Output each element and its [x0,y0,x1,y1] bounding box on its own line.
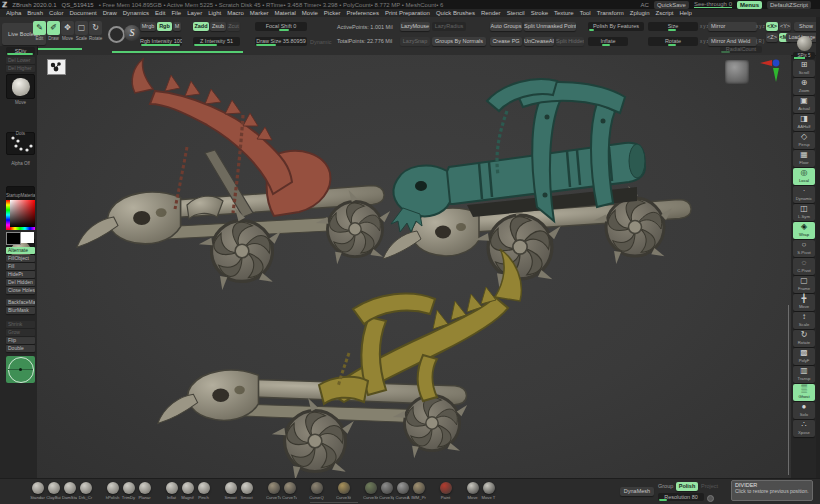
menu-item[interactable]: Dynamics [123,10,149,16]
right-shelf-button[interactable]: ◨ AAHalf [793,114,815,131]
mirror-button[interactable]: Mirror [708,22,757,31]
mrgb-button[interactable]: Mrgb [140,22,156,31]
draw-size-slider[interactable]: Draw Size 35.80959 [255,37,307,46]
menu-item[interactable]: Preferences [347,10,379,16]
menu-item[interactable]: Picker [324,10,341,16]
resolution-dot-button[interactable] [707,495,714,502]
quick-brush[interactable]: Smoot [239,482,254,500]
menu-item[interactable]: Draw [103,10,117,16]
menu-item[interactable]: Stroke [531,10,548,16]
secondary-color-swatch[interactable] [21,232,34,243]
lazysnap-button[interactable]: LazySnap [400,37,430,46]
focal-shift-slider[interactable]: Focal Shift 0 [255,22,307,31]
mask-button[interactable]: BlurMask [6,307,35,314]
right-shelf-button[interactable]: · Dynamic [793,186,815,203]
quick-brush[interactable]: DamSta [62,482,77,500]
m-button[interactable]: M [173,22,181,31]
action-button[interactable]: HidePt [6,271,35,278]
right-shelf-button[interactable]: ↕ Scale [793,312,815,329]
action-button[interactable]: Close Holes [6,287,35,294]
mode-button[interactable]: ✥ Move [61,21,74,47]
mode-button[interactable]: ✐ Draw [47,21,60,47]
mirror-and-weld-button[interactable]: Mirror And Weld [708,37,757,46]
uncrease-all-button[interactable]: UnCreaseAll [524,37,554,46]
right-shelf-button[interactable]: ▣ Actual [793,96,815,113]
rgb-intensity-slider[interactable]: Rgb Intensity 100 [140,37,182,46]
right-shelf-button[interactable]: ◇ Persp [793,132,815,149]
subdiv-button[interactable]: Del Lower [6,57,35,64]
split-hidden-button[interactable]: Split Hidden [556,37,584,46]
menu-item[interactable]: Light [208,10,221,16]
menu-item[interactable]: File [171,10,181,16]
mirror-xyz-label[interactable]: xyz [756,24,766,29]
right-shelf-button[interactable]: ◎ Local [793,168,815,185]
quick-brush[interactable]: CurveA [395,482,410,500]
canvas-scrollbar[interactable] [788,305,789,475]
quick-brush[interactable]: ClayBui [46,482,61,500]
inflate-slider[interactable]: Inflate [588,37,628,46]
stroke-preview-icon[interactable] [108,26,125,43]
right-shelf-button[interactable]: ▢ Frame [793,276,815,293]
resolution-slider[interactable]: Resolution 80 [658,493,704,501]
split-unmasked-button[interactable]: Split Unmasked Points [524,22,576,31]
axis-z-button[interactable]: <Z> [766,33,778,42]
quick-brush[interactable]: CurveSn [363,482,378,500]
lazymouse-button[interactable]: LazyMouse [400,22,430,31]
right-shelf-button[interactable]: ▩ PolyF [793,348,815,365]
axis-y-button[interactable]: <Y> [779,22,791,31]
radial-count-slider[interactable]: RadialCount [720,46,762,53]
default-zscript-button[interactable]: DefaultZScript [767,1,811,9]
z-intensity-slider[interactable]: Z Intensity 51 [193,37,240,46]
menus-button[interactable]: Menus [737,1,762,9]
visibility-button[interactable]: Shrink [6,321,35,328]
quick-brush[interactable]: Inflat [164,482,179,500]
right-shelf-button[interactable]: ▦ Floor [793,150,815,167]
axis-x-button[interactable]: <X> [766,22,778,31]
dynamesh-button[interactable]: DynaMesh [620,487,654,496]
color-picker[interactable] [6,200,35,230]
quick-brush[interactable]: Drk_Cr [78,482,93,500]
zcut-button[interactable]: Zcut [227,22,240,31]
menu-item[interactable]: Print Preparation [385,10,430,16]
right-shelf-button[interactable]: ○ S.Pivot [793,240,815,257]
quick-brush[interactable]: CurveTu [282,482,297,500]
quick-brush[interactable]: CurveSp [379,482,394,500]
auto-groups-button[interactable]: Auto Groups [490,22,522,31]
hue-bar[interactable] [10,227,35,230]
menu-item[interactable]: Layer [187,10,202,16]
visibility-button[interactable]: Grow [6,329,35,336]
mode-button[interactable]: ↻ Rotate [89,21,102,47]
crease-pg-button[interactable]: Crease PG [490,37,522,46]
mode-button[interactable]: ✎ Edit [33,21,46,47]
right-shelf-button[interactable]: ◈ Wrap [793,222,815,239]
action-button[interactable]: FillObject [6,255,35,262]
model-red-catapult[interactable] [77,59,390,290]
quick-brush[interactable]: Magnif [180,482,195,500]
quick-brush[interactable]: TrimDy [121,482,136,500]
right-shelf-button[interactable]: ▒ Ghost [793,384,815,401]
quick-brush[interactable]: hPolish [105,482,120,500]
project-label[interactable]: Project [701,483,718,489]
navigation-sphere-widget[interactable] [6,356,35,383]
viewport-canvas[interactable] [37,55,791,478]
right-tray-divider[interactable] [816,17,820,504]
mode-button[interactable]: ▢ Scale [75,21,88,47]
quick-brush[interactable]: CurveSt [336,482,351,500]
sdiv-slider[interactable]: SDiv [6,47,35,55]
quicksave-button[interactable]: QuickSave [654,1,689,9]
quick-brush[interactable]: Planar [137,482,152,500]
menu-item[interactable]: Brush [27,10,43,16]
zadd-button[interactable]: Zadd [193,22,209,31]
model-teal-ram[interactable] [383,79,692,288]
menu-item[interactable]: Zplugin [630,10,650,16]
menu-item[interactable]: Movie [302,10,318,16]
right-shelf-button[interactable]: ⊞ Scroll [793,60,815,77]
bpr-render-button[interactable] [797,36,812,51]
dynamic-draw-size-label[interactable]: Dynamic [310,39,331,45]
right-shelf-button[interactable]: ∴ Xpose [793,420,815,437]
subdiv-button[interactable]: Del Higher [6,65,35,72]
right-shelf-button[interactable]: ◫ L.Sym [793,204,815,221]
quick-brush[interactable]: Move [465,482,480,500]
right-shelf-button[interactable]: ● Solo [793,402,815,419]
polish-button[interactable]: Polish [676,482,698,491]
